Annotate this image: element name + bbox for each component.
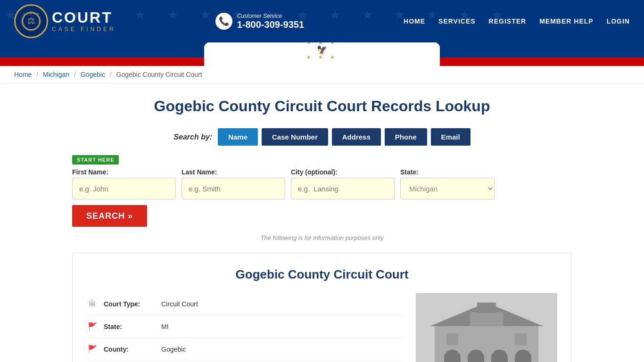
search-by-row: Search by: Name Case Number Address Phon…: [72, 128, 572, 146]
first-name-group: First Name:: [72, 168, 176, 199]
breadcrumb-sep-2: /: [74, 71, 76, 78]
breadcrumb-michigan[interactable]: Michigan: [43, 71, 69, 78]
search-form-container: START HERE First Name: Last Name: City (…: [72, 155, 572, 227]
phone-label: Customer Service: [237, 13, 304, 19]
last-name-input[interactable]: [182, 178, 285, 199]
court-county-label: County:: [104, 346, 156, 353]
court-detail-county: 🚩 County: Gogebic: [87, 338, 402, 361]
logo-emblem: ⚖ ★ ★ ★ ★ ★: [14, 4, 48, 38]
breadcrumb-sep-3: /: [110, 71, 112, 78]
court-card-title: Gogebic County Circuit Court: [87, 267, 557, 282]
svg-text:★ ★ ★ ★ ★: ★ ★ ★ ★ ★: [23, 12, 40, 15]
svg-rect-18: [515, 333, 527, 345]
phone-icon: 📞: [215, 13, 232, 30]
logo-text: COURT CASE FINDER: [52, 10, 116, 33]
nav-login[interactable]: LOGIN: [607, 17, 630, 25]
court-type-label: Court Type:: [104, 300, 156, 308]
first-name-input[interactable]: [72, 178, 176, 199]
nav-register[interactable]: REGISTER: [489, 17, 527, 25]
header-phone: 📞 Customer Service 1-800-309-9351: [215, 13, 304, 30]
swoosh-band: ★ ★ ★ 🦅 ★ ★ ★: [0, 42, 644, 66]
phone-info: Customer Service 1-800-309-9351: [237, 13, 304, 30]
city-group: City (optional):: [291, 168, 395, 199]
logo-subtitle-text: CASE FINDER: [52, 26, 116, 33]
last-name-label: Last Name:: [182, 168, 285, 176]
search-form-row: First Name: Last Name: City (optional): …: [72, 168, 572, 227]
page-title: Gogebic County Circuit Court Records Loo…: [72, 98, 572, 115]
court-county-value: Gogebic: [161, 346, 186, 353]
court-card: Gogebic County Circuit Court 🏛 Court Typ…: [72, 253, 572, 362]
breadcrumb: Home / Michigan / Gogebic / Gogebic Coun…: [0, 66, 644, 83]
swoosh-inner: ★ ★ ★ 🦅 ★ ★ ★: [0, 42, 644, 66]
state-group: State: Michigan Alabama Alaska Arizona A…: [400, 168, 495, 199]
search-button[interactable]: SEARCH »: [72, 205, 147, 227]
city-input[interactable]: [291, 178, 395, 199]
svg-rect-15: [470, 312, 503, 326]
search-by-label: Search by:: [173, 133, 212, 141]
main-content: Gogebic County Circuit Court Records Loo…: [63, 83, 581, 362]
main-nav: HOME SERVICES REGISTER MEMBER HELP LOGIN: [404, 17, 630, 25]
first-name-label: First Name:: [72, 168, 176, 176]
svg-rect-16: [477, 303, 496, 313]
svg-text:⚖: ⚖: [27, 16, 35, 25]
eagle-stars-right: ★ ★ ★: [306, 54, 338, 60]
court-state-value: MI: [161, 323, 169, 330]
court-detail-state: 🚩 State: MI: [87, 315, 402, 338]
start-here-badge: START HERE: [72, 155, 119, 165]
info-notice: The following is for information purpose…: [72, 234, 572, 241]
court-detail-type: 🏛 Court Type: Circuit Court: [87, 293, 402, 315]
logo-court-text: COURT: [52, 10, 116, 25]
eagle-symbol: 🦅: [306, 46, 338, 54]
last-name-group: Last Name:: [182, 168, 285, 199]
court-type-value: Circuit Court: [161, 300, 198, 308]
tab-name[interactable]: Name: [218, 128, 258, 146]
court-state-label: State:: [104, 323, 156, 330]
tab-email[interactable]: Email: [431, 128, 471, 146]
nav-member-help[interactable]: MEMBER HELP: [539, 17, 593, 25]
court-card-body: 🏛 Court Type: Circuit Court 🚩 State: MI …: [87, 293, 557, 362]
nav-home[interactable]: HOME: [404, 17, 425, 25]
court-type-icon: 🏛: [87, 300, 98, 308]
court-details: 🏛 Court Type: Circuit Court 🚩 State: MI …: [87, 293, 402, 362]
phone-number: 1-800-309-9351: [237, 19, 304, 30]
tab-phone[interactable]: Phone: [385, 128, 427, 146]
tab-case-number[interactable]: Case Number: [262, 128, 328, 146]
court-image: [416, 293, 557, 362]
breadcrumb-home[interactable]: Home: [14, 71, 32, 78]
site-header: ⚖ ★ ★ ★ ★ ★ COURT CASE FINDER 📞 Customer…: [0, 0, 644, 42]
tab-address[interactable]: Address: [332, 128, 381, 146]
state-label: State:: [400, 168, 495, 176]
svg-rect-17: [446, 333, 458, 345]
site-logo: ⚖ ★ ★ ★ ★ ★ COURT CASE FINDER: [14, 4, 116, 38]
city-label: City (optional):: [291, 168, 395, 176]
breadcrumb-current: Gogebic County Circuit Court: [116, 71, 202, 78]
court-state-icon: 🚩: [87, 322, 98, 331]
court-county-icon: 🚩: [87, 345, 98, 354]
eagle-emblem: ★ ★ ★ 🦅 ★ ★ ★: [306, 42, 338, 60]
breadcrumb-gogebic[interactable]: Gogebic: [81, 71, 105, 78]
state-select[interactable]: Michigan Alabama Alaska Arizona Arkansas…: [400, 178, 495, 199]
nav-services[interactable]: SERVICES: [438, 17, 476, 25]
breadcrumb-sep-1: /: [36, 71, 38, 78]
